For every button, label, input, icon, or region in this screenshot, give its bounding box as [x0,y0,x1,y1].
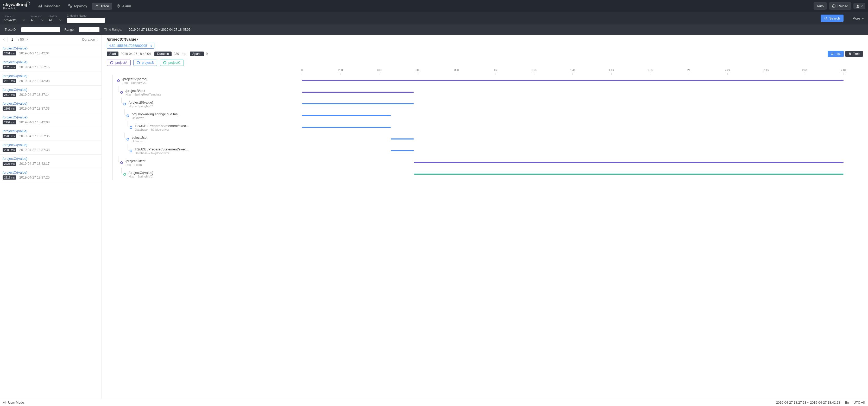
range-input[interactable] [79,27,99,32]
spans-tag: Spans [190,52,204,56]
footer-lang[interactable]: En [845,401,849,404]
trace-list-item[interactable]: /projectC/{value} 2328 ms 2019-04-27 18:… [0,58,101,72]
trace-list-item[interactable]: /projectC/{value} 2305 ms 2019-04-27 18:… [0,99,101,113]
sort-toggle[interactable]: Duration [82,37,98,41]
gantt-bar[interactable] [414,162,843,163]
span-rows: /projectA/{name} Http – SpringMVC /proje… [107,75,282,180]
span-sub: Http – SpringRestTemplate [125,93,161,96]
span-row[interactable]: /projectA/{name} Http – SpringMVC [107,75,282,86]
span-node-label: /projectB/test Http – SpringRestTemplate [125,89,161,96]
pager-total: / 50 [18,37,24,41]
sort-icon [150,44,152,47]
more-toggle[interactable]: More [852,17,864,20]
detail-title: /projectC/{value} [107,37,863,41]
filter-status[interactable]: Status All [49,14,61,22]
gear-icon [3,401,6,404]
nav-dashboard[interactable]: Dashboard [35,3,64,10]
detail-meta-row: Start 2019-04-27 18:42:04 Duration 2391 … [107,51,863,57]
list-view-button[interactable]: List [828,51,843,57]
tree-icon [848,52,851,56]
span-row[interactable]: H2/JDBI/PreparedStatement/exec... Databa… [107,122,282,133]
gantt-bar[interactable] [302,127,391,128]
tree-view-button[interactable]: Tree [845,51,863,57]
span-name: /projectC/{value} [129,171,153,175]
trace-item-duration: 2213 ms [3,176,16,180]
span-node-label: /projectB/{value} Http – SpringMVC [129,100,153,108]
nav-topology[interactable]: Topology [65,3,90,10]
spans-value: 9 [206,52,208,56]
span-row[interactable]: org.skywalking.springcloud.tes... Unknow… [107,110,282,122]
gantt-bar[interactable] [302,103,414,104]
pager-prev[interactable] [2,37,6,42]
trace-id-selector[interactable]: 4.52.15563617236800095 [107,43,154,49]
trace-item-time: 2019-04-27 18:42:17 [19,162,50,165]
x-tick: 1.8s [630,68,669,75]
legend-project-b[interactable]: projectB [133,60,157,66]
trace-list-item[interactable]: /projectC/{value} 2213 ms 2019-04-27 18:… [0,168,101,182]
traceid-input[interactable] [21,27,60,32]
x-tick: 2.2s [708,68,747,75]
gantt-bar[interactable] [302,80,843,81]
nav-alarm[interactable]: Alarm [114,3,134,10]
trace-icon [95,4,99,8]
trace-list-item[interactable]: /projectC/{value} 2391 ms 2019-04-27 18:… [0,44,101,58]
trace-list-item[interactable]: /projectC/{value} 2314 ms 2019-04-27 18:… [0,86,101,99]
auto-button[interactable]: Auto [814,2,827,10]
trace-item-time: 2019-04-27 18:37:35 [19,134,50,138]
trace-item-title: /projectC/{value} [3,46,99,50]
filter-service-label: Service [4,14,25,18]
x-tick: 2.4s [747,68,785,75]
trace-item-title: /projectC/{value} [3,60,99,64]
trace-list-item[interactable]: /projectC/{value} 2285 ms 2019-04-27 18:… [0,141,101,155]
x-tick: 1.2s [515,68,554,75]
user-mode-toggle[interactable]: User Mode [8,401,24,404]
trace-list[interactable]: /projectC/{value} 2391 ms 2019-04-27 18:… [0,44,101,399]
nav-trace-label: Trace [100,4,109,8]
gantt-row [282,145,863,157]
gantt-bar[interactable] [414,174,843,175]
trace-detail: /projectC/{value} 4.52.15563617236800095… [101,35,868,399]
gantt-row [282,86,863,98]
footer-timezone[interactable]: UTC +8 [854,401,865,404]
trace-list-item[interactable]: /projectC/{value} 2286 ms 2019-04-27 18:… [0,127,101,141]
trace-list-item[interactable]: /projectC/{value} 2318 ms 2019-04-27 18:… [0,72,101,86]
pager-page-input[interactable] [7,37,17,42]
traceid-label: TraceID: [5,28,17,31]
trace-item-time: 2019-04-27 18:37:14 [19,93,50,97]
gantt-bar[interactable] [391,138,414,139]
search-button[interactable]: Search [820,14,843,22]
trace-item-title: /projectC/{value} [3,143,99,147]
trace-list-item[interactable]: /projectC/{value} 2292 ms 2019-04-27 18:… [0,113,101,127]
span-row[interactable]: H2/JDBI/PreparedStatement/exec... Databa… [107,145,282,157]
filter-instance[interactable]: Instance All [30,14,43,22]
span-row[interactable]: /projectB/test Http – SpringRestTemplate [107,86,282,98]
gantt-bar[interactable] [302,115,391,116]
gantt-bar[interactable] [391,150,414,151]
trace-list-item[interactable]: /projectC/{value} 2228 ms 2019-04-27 18:… [0,155,101,168]
reload-button[interactable]: Reload [829,2,851,10]
span-name: /projectB/{value} [129,100,153,104]
footer-bar: User Mode 2019-04-27 18:27:23 ~ 2019-04-… [0,399,868,406]
legend-project-a[interactable]: projectA [107,60,131,66]
trace-item-title: /projectC/{value} [3,129,99,133]
span-node-label: org.skywalking.springcloud.tes... Unknow… [132,112,180,120]
footer-time-range[interactable]: 2019-04-27 18:27:23 ~ 2019-04-27 18:42:2… [776,401,840,404]
endpoint-input[interactable] [67,18,105,23]
span-row[interactable]: /projectB/{value} Http – SpringMVC [107,98,282,110]
span-row[interactable]: selectUser Unknown [107,133,282,145]
trace-item-title: /projectC/{value} [3,74,99,78]
filter-service[interactable]: Service projectC [4,14,25,22]
nav-trace[interactable]: Trace [92,3,112,10]
sort-icon [96,38,98,41]
span-row[interactable]: /projectC/test Http – Feign [107,157,282,168]
gantt-bar[interactable] [302,92,414,93]
span-row[interactable]: /projectC/{value} Http – SpringMVC [107,168,282,180]
pager-next[interactable] [25,37,30,42]
trace-item-time: 2019-04-27 18:42:04 [19,52,50,55]
svg-point-4 [825,17,827,19]
brand-title: skywalking [3,2,27,7]
x-tick: 2.6s [785,68,824,75]
x-tick: 1.6s [592,68,631,75]
user-menu-button[interactable] [854,3,865,9]
legend-project-c[interactable]: projectC [160,60,184,66]
